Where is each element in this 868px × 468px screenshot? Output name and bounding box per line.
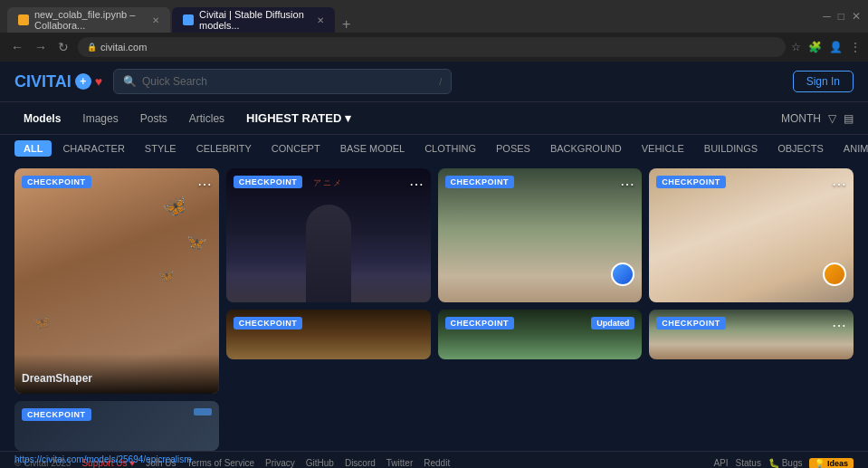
model-card-bottom4[interactable]: CHECKPOINT: [14, 401, 219, 451]
filter-tab-style[interactable]: STYLE: [136, 140, 186, 157]
logo-heart-icon: ♥: [95, 74, 102, 89]
filter-tab-all[interactable]: ALL: [14, 140, 52, 157]
tab-favicon-colab: [18, 14, 29, 25]
search-shortcut-badge: /: [439, 76, 442, 87]
footer-bugs[interactable]: 🐛 Bugs: [768, 458, 803, 468]
footer-api[interactable]: API: [713, 458, 728, 468]
model-card-xxmix[interactable]: CHECKPOINT ⋯ XXMix_9realistic ★★★★★ 193 …: [649, 168, 854, 302]
nav-item-articles[interactable]: Articles: [180, 109, 234, 129]
layout-icon[interactable]: ▤: [844, 112, 854, 125]
card-menu-cetus[interactable]: ⋯: [409, 176, 424, 193]
footer-reddit[interactable]: Reddit: [424, 458, 450, 468]
model-grid: 🦋 🦋 🦋 🦋 CHECKPOINT ⋯ DreamShaper アニメ CHE…: [0, 161, 868, 451]
card-name-dreamsharper: DreamShaper: [22, 372, 212, 385]
search-icon: 🔍: [123, 75, 137, 88]
nav-forward-button[interactable]: →: [31, 38, 51, 56]
footer-github[interactable]: GitHub: [306, 458, 334, 468]
filter-tab-concept[interactable]: CONCEPT: [262, 140, 329, 157]
nav-buttons: ← → ↻: [7, 38, 72, 56]
card-info-dreamsharper: DreamShaper: [14, 354, 219, 394]
extensions-icon[interactable]: 🧩: [808, 41, 822, 53]
nav-item-images[interactable]: Images: [73, 109, 127, 129]
search-placeholder: Quick Search: [142, 75, 207, 88]
nav-reload-button[interactable]: ↻: [54, 38, 72, 56]
checkpoint-badge-bottom3: CHECKPOINT: [656, 317, 726, 330]
period-selector[interactable]: MONTH: [781, 112, 821, 125]
checkpoint-badge-bottom2: CHECKPOINT: [445, 317, 515, 330]
footer-status[interactable]: Status: [736, 458, 761, 468]
model-card-dreamsharper[interactable]: 🦋 🦋 🦋 🦋 CHECKPOINT ⋯ DreamShaper: [14, 168, 219, 394]
sort-arrow-icon: ▾: [345, 111, 351, 125]
butterfly-icon-1: 🦋: [160, 193, 190, 222]
card-menu-epicrealism[interactable]: ⋯: [620, 176, 634, 193]
footer-twitter[interactable]: Twitter: [386, 458, 413, 468]
avatar-epicrealism: [611, 263, 634, 286]
filter-tab-basemodel[interactable]: BASE MODEL: [331, 140, 415, 157]
logo-text: CIVITAI: [14, 72, 72, 91]
filter-tab-animal[interactable]: ANIMAL: [835, 140, 868, 157]
nav-back-button[interactable]: ←: [7, 38, 27, 56]
search-bar[interactable]: 🔍 Quick Search /: [113, 69, 452, 94]
browser-actions: ☆ 🧩 👤 ⋮: [791, 41, 861, 53]
menu-icon[interactable]: ⋮: [850, 41, 861, 53]
checkpoint-badge-bottom4: CHECKPOINT: [22, 408, 91, 421]
logo-plus-icon: +: [75, 73, 91, 90]
browser-tabs: new_colab_file.ipynb – Collabora... ✕ Ci…: [7, 0, 356, 33]
nav-left: Models Images Posts Articles HIGHEST RAT…: [14, 108, 360, 129]
checkpoint-badge-dreamsharper: CHECKPOINT: [22, 176, 91, 188]
tab-colab[interactable]: new_colab_file.ipynb – Collabora... ✕: [7, 7, 170, 33]
nav-item-models[interactable]: Models: [14, 109, 70, 129]
tab-close-civitai[interactable]: ✕: [317, 15, 324, 25]
site-content: CIVITAI + ♥ 🔍 Quick Search / Sign In Mod…: [0, 62, 868, 468]
checkpoint-badge-cetus: CHECKPOINT: [234, 176, 303, 188]
checkpoint-badge-xxmix: CHECKPOINT: [656, 176, 726, 188]
tab-favicon-civitai: [183, 14, 194, 25]
checkpoint-badge-bottom1: CHECKPOINT: [234, 317, 303, 330]
model-card-bottom2[interactable]: CHECKPOINT Updated: [438, 310, 643, 359]
model-card-epicrealism[interactable]: CHECKPOINT ⋯ epiCRealism ★★★★★ 305 ♡ 3.4…: [438, 168, 643, 302]
filter-tab-clothing[interactable]: CLOTHING: [415, 140, 485, 157]
profile-icon[interactable]: 👤: [829, 41, 843, 53]
filter-icon[interactable]: ▽: [828, 112, 836, 125]
nav-item-posts[interactable]: Posts: [131, 109, 176, 129]
tab-civitai[interactable]: Civitai | Stable Diffusion models... ✕: [172, 7, 335, 33]
browser-chrome: new_colab_file.ipynb – Collabora... ✕ Ci…: [0, 0, 868, 33]
footer-right: API Status 🐛 Bugs 💡 Ideas: [713, 458, 854, 469]
butterfly-icon-4: 🦋: [33, 313, 51, 330]
butterfly-icon-3: 🦋: [158, 268, 174, 282]
filter-tab-objects[interactable]: OBJECTS: [768, 140, 833, 157]
card-tag-bottom4: [194, 408, 212, 415]
model-card-bottom1[interactable]: CHECKPOINT: [226, 310, 431, 359]
footer-discord[interactable]: Discord: [345, 458, 376, 468]
footer-privacy[interactable]: Privacy: [265, 458, 295, 468]
footer-tos[interactable]: Terms of Service: [187, 458, 254, 468]
filter-tab-buildings[interactable]: BUILDINGS: [695, 140, 767, 157]
filter-tab-character[interactable]: CHARACTER: [53, 140, 133, 157]
filter-tab-celebrity[interactable]: CELEBRITY: [187, 140, 261, 157]
nav-bar: Models Images Posts Articles HIGHEST RAT…: [0, 102, 868, 135]
card-menu-xxmix[interactable]: ⋯: [832, 176, 846, 193]
address-bar[interactable]: 🔒 civitai.com: [78, 37, 786, 57]
site-logo[interactable]: CIVITAI + ♥: [14, 72, 102, 91]
card-menu-dreamsharper[interactable]: ⋯: [197, 176, 212, 193]
model-card-cetus[interactable]: アニメ CHECKPOINT ⋯ Cetus-Mix ★★★★★ 225 ♡ 2…: [226, 168, 431, 302]
nav-right: MONTH ▽ ▤: [781, 112, 854, 125]
card-menu-bottom3[interactable]: ⋯: [832, 317, 846, 334]
updated-badge-bottom2: Updated: [591, 317, 634, 330]
bookmark-icon[interactable]: ☆: [791, 41, 801, 53]
new-tab-button[interactable]: +: [337, 16, 356, 33]
sign-in-button[interactable]: Sign In: [793, 71, 854, 92]
tab-close-colab[interactable]: ✕: [152, 15, 159, 25]
site-header: CIVITAI + ♥ 🔍 Quick Search / Sign In: [0, 62, 868, 102]
lock-icon: 🔒: [87, 43, 97, 52]
model-card-bottom3[interactable]: CHECKPOINT ⋯: [649, 310, 854, 359]
browser-toolbar: ← → ↻ 🔒 civitai.com ☆ 🧩 👤 ⋮: [0, 33, 868, 62]
sort-button[interactable]: HIGHEST RATED ▾: [237, 108, 360, 129]
figure-cetus: [306, 205, 351, 302]
filter-tab-poses[interactable]: POSES: [487, 140, 539, 157]
filter-tab-background[interactable]: BACKGROUND: [541, 140, 631, 157]
tab-label-colab: new_colab_file.ipynb – Collabora...: [34, 9, 147, 31]
filter-tab-vehicle[interactable]: VEHICLE: [633, 140, 693, 157]
sort-label: HIGHEST RATED: [246, 111, 341, 125]
footer-ideas[interactable]: 💡 Ideas: [809, 458, 854, 469]
